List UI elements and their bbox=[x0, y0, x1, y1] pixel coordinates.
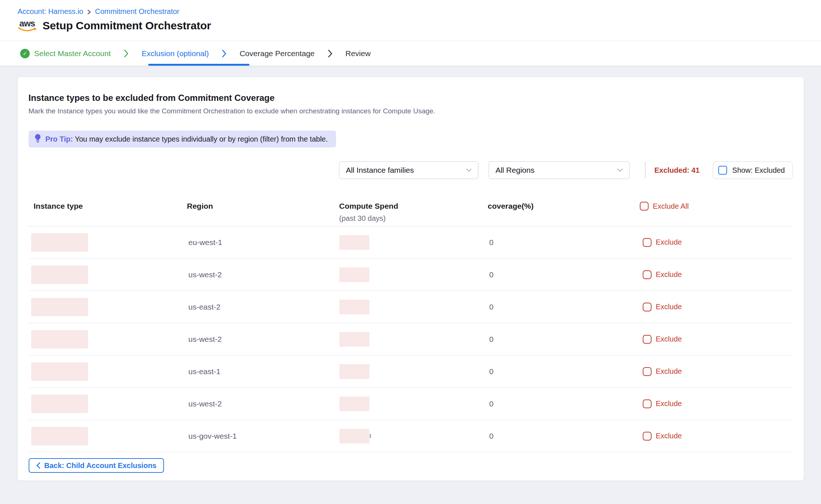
exclude-row-label: Exclude bbox=[656, 238, 682, 246]
cell-region: us-east-2 bbox=[186, 303, 339, 311]
regions-value: All Regions bbox=[496, 166, 534, 175]
exclude-row-control[interactable]: Exclude bbox=[640, 432, 793, 441]
chevron-down-icon bbox=[466, 168, 472, 172]
table-row: us-east-2 0 Exclude bbox=[29, 291, 793, 323]
cell-region: us-east-1 bbox=[186, 367, 339, 376]
panel-heading: Instance types to be excluded from Commi… bbox=[29, 92, 793, 103]
exclude-row-checkbox[interactable] bbox=[643, 303, 652, 311]
filter-divider bbox=[645, 162, 646, 179]
instance-families-value: All Instance families bbox=[346, 166, 414, 175]
exclude-row-control[interactable]: Exclude bbox=[640, 335, 793, 344]
exclude-row-checkbox[interactable] bbox=[643, 367, 652, 376]
table-row: us-west-2 0 Exclude bbox=[29, 259, 793, 291]
page-header: Account: Harness.io Commitment Orchestra… bbox=[0, 0, 821, 41]
table-row: eu-west-1 0 Exclude bbox=[29, 226, 793, 259]
step-label: Coverage Percentage bbox=[240, 49, 314, 58]
cell-instance-type bbox=[29, 395, 186, 413]
table-body: eu-west-1 0 Exclude us-west-2 0 Exclude bbox=[29, 226, 793, 452]
cell-compute-spend bbox=[339, 267, 488, 282]
show-excluded-toggle[interactable]: Show: Excluded bbox=[713, 161, 792, 179]
col-header-coverage: coverage(%) bbox=[488, 202, 640, 211]
step-coverage-percentage[interactable]: Coverage Percentage bbox=[240, 49, 314, 58]
redaction-artifact bbox=[370, 434, 371, 438]
cell-region: eu-west-1 bbox=[186, 238, 339, 247]
chevron-left-icon bbox=[36, 462, 41, 469]
chevron-down-icon bbox=[617, 168, 623, 172]
exclude-row-control[interactable]: Exclude bbox=[640, 270, 793, 279]
cell-compute-spend bbox=[339, 397, 488, 411]
table-row: us-east-1 0 Exclude bbox=[29, 355, 793, 388]
breadcrumb-page-link[interactable]: Commitment Orchestrator bbox=[95, 7, 179, 16]
step-select-master-account[interactable]: ✓ Select Master Account bbox=[20, 49, 111, 58]
show-excluded-checkbox[interactable] bbox=[718, 166, 727, 175]
exclude-row-checkbox[interactable] bbox=[643, 238, 652, 247]
exclude-row-control[interactable]: Exclude bbox=[640, 367, 793, 376]
exclude-row-checkbox[interactable] bbox=[643, 270, 652, 279]
exclude-row-control[interactable]: Exclude bbox=[640, 399, 793, 408]
exclude-all-label: Exclude All bbox=[653, 202, 689, 211]
redacted-instance-type bbox=[31, 266, 88, 284]
redacted-instance-type bbox=[31, 330, 88, 348]
breadcrumb-chevron-icon bbox=[87, 9, 91, 15]
col-header-instance-type: Instance type bbox=[29, 202, 186, 211]
excluded-count-badge: Excluded: 41 bbox=[654, 166, 700, 175]
cell-region: us-west-2 bbox=[186, 399, 339, 408]
cell-coverage: 0 bbox=[488, 303, 640, 311]
table-header: Instance type Region Compute Spend (past… bbox=[29, 202, 793, 226]
exclude-row-label: Exclude bbox=[656, 399, 682, 408]
cell-region: us-west-2 bbox=[186, 270, 339, 279]
step-exclusion-optional[interactable]: Exclusion (optional) bbox=[142, 49, 209, 58]
cell-coverage: 0 bbox=[488, 432, 640, 441]
exclude-row-control[interactable]: Exclude bbox=[640, 238, 793, 247]
cell-coverage: 0 bbox=[488, 335, 640, 344]
cell-instance-type bbox=[29, 266, 186, 284]
pro-tip-text: Pro Tip: You may exclude instance types … bbox=[45, 135, 328, 143]
exclude-row-label: Exclude bbox=[656, 367, 682, 376]
filter-row: All Instance families All Regions Exclud… bbox=[29, 161, 793, 179]
exclude-row-control[interactable]: Exclude bbox=[640, 303, 793, 311]
cell-compute-spend bbox=[339, 429, 488, 443]
cell-compute-spend bbox=[339, 300, 488, 314]
redacted-instance-type bbox=[31, 362, 88, 381]
table-row: us-west-2 0 Exclude bbox=[29, 388, 793, 420]
col-header-compute-spend-sub: (past 30 days) bbox=[339, 214, 488, 223]
lightbulb-icon bbox=[34, 134, 41, 145]
cell-coverage: 0 bbox=[488, 399, 640, 408]
redacted-instance-type bbox=[31, 395, 88, 413]
col-header-region: Region bbox=[186, 202, 339, 211]
step-label: Select Master Account bbox=[34, 49, 111, 58]
cell-region: us-west-2 bbox=[186, 335, 339, 344]
cell-compute-spend bbox=[339, 332, 488, 347]
exclude-row-checkbox[interactable] bbox=[643, 335, 652, 344]
redacted-instance-type bbox=[31, 427, 88, 445]
instance-families-dropdown[interactable]: All Instance families bbox=[339, 161, 478, 179]
step-chevron-icon bbox=[221, 49, 227, 58]
exclude-row-checkbox[interactable] bbox=[643, 399, 652, 408]
cell-instance-type bbox=[29, 362, 186, 381]
panel-subheading: Mark the Instance types you would like t… bbox=[29, 106, 793, 116]
cell-instance-type bbox=[29, 427, 186, 445]
aws-logo-icon: aws bbox=[18, 20, 37, 32]
exclude-all-checkbox[interactable] bbox=[640, 202, 649, 211]
breadcrumb-account-link[interactable]: Account: Harness.io bbox=[18, 7, 83, 16]
back-button-label: Back: Child Account Exclusions bbox=[44, 461, 157, 470]
table-row: us-gov-west-1 0 Exclude bbox=[29, 420, 793, 452]
back-button[interactable]: Back: Child Account Exclusions bbox=[29, 458, 164, 473]
redacted-compute-spend bbox=[339, 300, 369, 314]
exclude-row-checkbox[interactable] bbox=[643, 432, 652, 441]
redacted-compute-spend bbox=[339, 397, 369, 411]
regions-dropdown[interactable]: All Regions bbox=[489, 161, 630, 179]
step-review[interactable]: Review bbox=[346, 49, 371, 58]
cell-coverage: 0 bbox=[488, 367, 640, 376]
redacted-compute-spend bbox=[339, 429, 369, 443]
cell-coverage: 0 bbox=[488, 238, 640, 247]
setup-stepper: ✓ Select Master Account Exclusion (optio… bbox=[0, 41, 821, 66]
exclude-all-control[interactable]: Exclude All bbox=[640, 202, 793, 211]
cell-region: us-gov-west-1 bbox=[186, 432, 339, 441]
redacted-compute-spend bbox=[339, 364, 369, 379]
redacted-instance-type bbox=[31, 233, 88, 252]
redacted-compute-spend bbox=[339, 267, 369, 282]
redacted-compute-spend bbox=[339, 235, 369, 250]
exclude-row-label: Exclude bbox=[656, 303, 682, 311]
cell-coverage: 0 bbox=[488, 270, 640, 279]
